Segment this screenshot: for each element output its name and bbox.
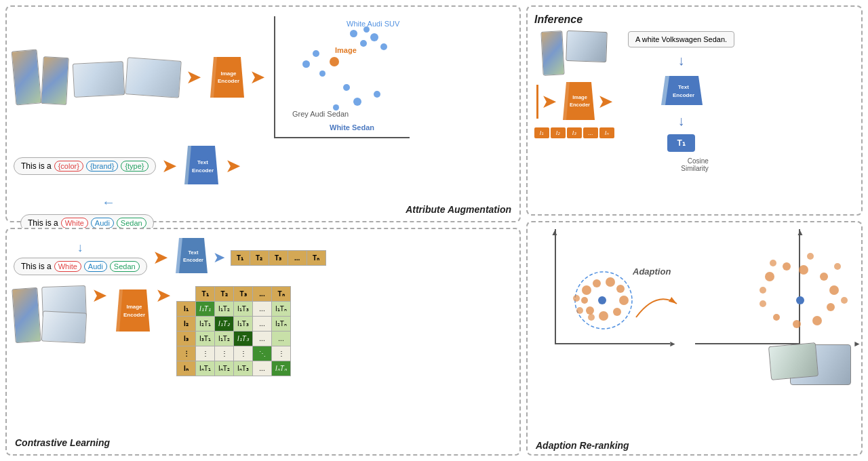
svg-point-45 — [827, 303, 835, 311]
matrix-row-in: Iₙ — [177, 361, 196, 376]
cell-dotsdots: ⋱ — [253, 346, 272, 361]
query-text-box: A white Volkswagen Sedan. — [628, 31, 734, 47]
contrastive-car-img-2 — [41, 310, 87, 343]
text-pill-contrastive: This is a White Audi Sedan — [14, 258, 147, 275]
cell-i2t3: I₁T₃ — [234, 317, 253, 332]
cell-i2t2: I₁T₂ — [215, 317, 234, 332]
svg-text:Encoder: Encoder — [569, 102, 589, 108]
svg-point-40 — [765, 272, 774, 281]
adaption-section: ► ▲ ► ▲ — [526, 221, 863, 456]
matrix-row-i1: I₁ — [177, 302, 196, 317]
img-encoder-arrow-out-1: ➤ — [250, 68, 265, 87]
svg-point-25 — [598, 296, 606, 304]
svg-text:Encoder: Encoder — [123, 312, 145, 318]
t-matrix-header: T₁ T₂ T₃ ... Tₙ — [231, 250, 326, 266]
svg-point-46 — [812, 316, 822, 325]
matrix-row-i3: I₃ — [177, 332, 196, 346]
pill-white-2: White — [54, 261, 81, 272]
scatter-dot-5 — [380, 43, 387, 50]
svg-point-37 — [573, 295, 580, 302]
pill-brand-template: {brand} — [86, 161, 118, 172]
inference-img-enc-arrow: ➤ — [541, 92, 557, 111]
svg-text:Encoder: Encoder — [673, 92, 694, 98]
inference-car-img — [566, 31, 608, 62]
inference-right: A white Volkswagen Sedan. ↓ Text Encoder… — [628, 31, 734, 172]
cell-indots: ... — [253, 361, 272, 376]
svg-point-51 — [770, 260, 776, 266]
contrastive-person-img — [12, 287, 41, 343]
attr-aug-section: ➤ Image Encoder ➤ — [5, 5, 521, 222]
left-panel: ➤ Image Encoder ➤ — [5, 5, 521, 456]
i-cell-dots: ... — [583, 127, 598, 138]
contrastive-text-enc-arrow: ➤ — [153, 248, 168, 267]
person-images-group — [14, 50, 68, 104]
matrix-t1: T₁ — [231, 250, 250, 265]
matrix-empty-corner — [177, 287, 196, 302]
cell-i3t3: I₁T₃ — [234, 332, 253, 346]
cell-i1t1: I₁T₁ — [196, 302, 215, 317]
text-pill-template: This is a {color} {brand} {type} — [14, 157, 156, 175]
contrastive-car-stack — [42, 286, 86, 342]
cell-i3dots: ... — [253, 332, 272, 346]
adaption-right-right-arrow: ► — [853, 339, 861, 348]
adaption-arrow-svg — [629, 283, 684, 324]
text-encoder-arrow-out: ➤ — [225, 157, 241, 176]
svg-point-39 — [796, 296, 804, 304]
svg-point-32 — [599, 311, 608, 321]
matrix-table: T₁ T₂ T₃ ... Tₙ I₁ I₁T₁ I₁T₂ I₁T₃ ... — [176, 286, 291, 376]
cell-i3tn: ... — [272, 332, 291, 346]
svg-point-42 — [799, 265, 808, 275]
svg-point-43 — [820, 273, 828, 281]
svg-point-48 — [773, 314, 780, 321]
svg-point-27 — [593, 279, 601, 287]
contrastive-img-enc-arrow: ➤ — [92, 286, 107, 305]
scatter-dot-image — [330, 57, 339, 66]
t1-label: T₁ — [677, 138, 685, 148]
cell-i1tn: I₁Tₙ — [272, 302, 291, 317]
svg-marker-21 — [665, 76, 703, 105]
person-image-1 — [12, 49, 42, 105]
pill-prefix-3: This is a — [21, 262, 52, 271]
scatter-dot-3 — [370, 33, 378, 41]
contrastive-img-enc-out-arrow: ➤ — [155, 286, 171, 305]
cell-i1t2: I₁T₂ — [215, 302, 234, 317]
adaption-car-img-2 — [768, 342, 818, 380]
svg-point-52 — [807, 253, 814, 260]
inference-title-row: Inference — [534, 14, 854, 26]
right-cluster-svg — [749, 236, 851, 344]
matrix-col-tn: Tₙ — [272, 287, 291, 302]
svg-point-36 — [576, 307, 583, 314]
scatter-label-grey-audi: Grey Audi Sedan — [292, 110, 349, 118]
adaption-label-text: Adaption — [633, 266, 671, 277]
cell-dotst1: ⋮ — [196, 346, 215, 361]
matrix-col-dots: ... — [253, 287, 272, 302]
adaption-title: Adaption Re-ranking — [536, 439, 629, 452]
cell-i3t2: I₁T₂ — [215, 332, 234, 346]
svg-marker-9 — [179, 238, 208, 273]
svg-text:Encoder: Encoder — [192, 167, 214, 174]
contrastive-image-encoder: Image Encoder — [113, 286, 150, 338]
person-image-2 — [41, 56, 69, 105]
svg-text:Image: Image — [126, 304, 142, 310]
svg-point-31 — [613, 308, 621, 316]
cell-i2t1: I₂T₁ — [196, 317, 215, 332]
cell-i1dots: ... — [253, 302, 272, 317]
svg-point-54 — [841, 297, 848, 304]
contrastive-text-encoder: Text Encoder — [174, 236, 208, 279]
pill-prefix-2: This is a — [28, 218, 58, 228]
car-images-group — [73, 59, 180, 96]
inference-title: Inference — [534, 14, 583, 26]
inference-down-arrow-1: ↓ — [678, 53, 685, 68]
inference-img-enc-out-arrow: ➤ — [597, 92, 613, 111]
image-encoder-svg-1: Image Encoder — [207, 54, 244, 101]
contrastive-down-arrow: ↓ — [77, 241, 83, 255]
cell-i1t3: I₁T₃ — [234, 302, 253, 317]
i-cell-1: I₁ — [534, 127, 549, 138]
svg-text:Image: Image — [572, 94, 587, 100]
cell-i2tn: I₂Tₙ — [272, 317, 291, 332]
pill-sedan: Sedan — [117, 218, 146, 228]
scatter-plot: Image White Audi SUV Grey Audi Sedan Whi… — [274, 16, 410, 138]
image-encoder-group-1: Image Encoder — [207, 54, 244, 101]
matrix-col-t2: T₂ — [215, 287, 234, 302]
pill-prefix-1: This is a — [21, 161, 52, 171]
